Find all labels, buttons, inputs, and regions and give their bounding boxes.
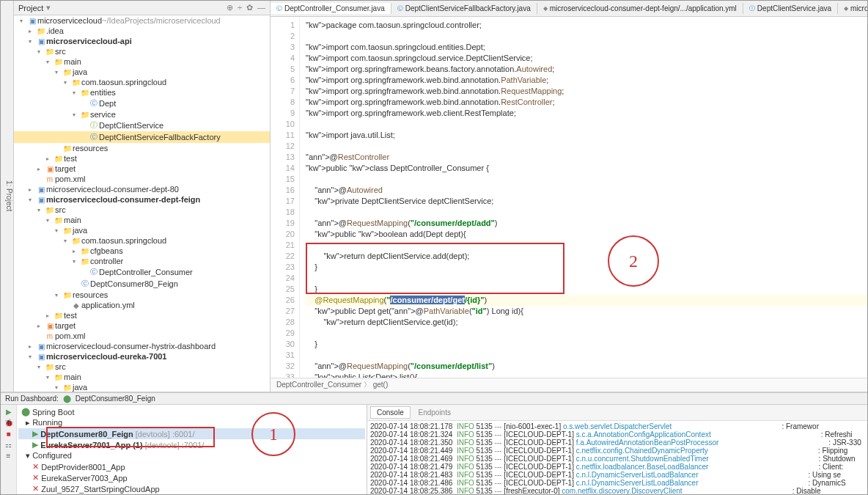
editor-tabs[interactable]: ⒸDeptController_Consumer.javaⒸDeptClient… [271,1,867,17]
code-editor[interactable]: 1234567891011121314151617181920212223242… [271,17,867,378]
tree-item[interactable]: ▾▣microservicecloud-api [14,36,270,46]
run-icon[interactable]: ▶ [6,408,12,416]
tree-item[interactable]: mpom.xml [14,331,270,341]
tree-item[interactable]: ▾▣microservicecloud-eureka-7001 [14,351,270,362]
tree-item[interactable]: ▾📁controller [14,256,270,266]
tree-item[interactable]: ▸▣target [14,320,270,331]
project-tree[interactable]: ▾▣microservicecloud ~/IdeaProjects/micro… [14,15,270,392]
run-app-item[interactable]: ✕ DeptProvider8001_App [18,461,365,472]
run-app-item[interactable]: ▶ EurekaServer7001_App (1) [devtools] :7… [18,439,365,450]
tree-item[interactable]: ▾📁java [14,382,270,392]
run-dashboard-label: Run Dashboard: [5,395,59,403]
editor-tab[interactable]: ⒸDeptController_Consumer.java [271,3,391,14]
run-toolbar[interactable]: ▶ 🐞 ■ ⚏ ≡ [1,405,17,494]
tree-item[interactable]: ▾📁main [14,215,270,225]
breadcrumb[interactable]: DeptController_Consumer 〉 get() [271,378,867,392]
run-tree[interactable]: 1 ⬤ Spring Boot ▸ Running ▶ DeptConsumer… [17,405,367,494]
tree-item[interactable]: ▾📁java [14,67,270,77]
tab-console[interactable]: Console [370,406,411,419]
debug-icon[interactable]: 🐞 [4,419,13,427]
tree-item[interactable]: ▸▣target [14,164,270,174]
console-tabs[interactable]: Console Endpoints [367,405,867,421]
run-config-icon: ⬤ [63,395,71,403]
tree-item[interactable]: ▸▣microservicecloud-consumer-hystrix-das… [14,341,270,351]
tree-item[interactable]: ▸▣microservicecloud-consumer-dept-80 [14,184,270,194]
editor-tab[interactable]: ◆microservicecloud-eureka-7001/.../appli… [838,3,867,14]
tree-item[interactable]: ▾📁src [14,46,270,56]
tree-item[interactable]: ▾📁com.taosun.springcloud [14,77,270,87]
tree-item[interactable]: ▾📁entities [14,87,270,98]
tree-item[interactable]: ▾📁src [14,362,270,372]
run-app-item[interactable]: ▶ DeptConsumer80_Feign [devtools] :6001/ [18,428,365,439]
tree-item[interactable]: ▾📁src [14,205,270,215]
tree-item[interactable]: 📁resources [14,143,270,153]
gear-icon[interactable]: ✿ [246,3,253,12]
hide-icon[interactable]: — [257,3,265,12]
tab-endpoints[interactable]: Endpoints [412,407,456,418]
run-config-name: DeptConsumer80_Feign [76,395,155,403]
project-label: Project [18,4,43,12]
tree-item[interactable]: ▾📁java [14,225,270,235]
project-panel: Project ▾ ⊕ ÷ ✿ — ▾▣microservicecloud ~/… [14,1,271,392]
tree-item[interactable]: ▸📁test [14,153,270,164]
tree-item[interactable]: ⒸDept [14,98,270,109]
tree-item[interactable]: ⒸDeptConsumer80_Feign [14,278,270,290]
filter-icon[interactable]: ⚏ [5,441,12,449]
tree-item[interactable]: ⒾDeptClientService [14,120,270,131]
tree-item[interactable]: ▾📁service [14,109,270,120]
editor-tab[interactable]: ⒸDeptClientServiceFallbackFactory.java [391,3,537,14]
tree-item[interactable]: ▾📁main [14,372,270,382]
run-app-item[interactable]: ✕ EurekaServer7003_App [18,472,365,483]
editor-tab[interactable]: ◆microservicecloud-consumer-dept-feign/.… [537,3,743,14]
tree-item[interactable]: ▾▣microservicecloud ~/IdeaProjects/micro… [14,15,270,26]
run-app-item[interactable]: ✕ Zuul_9527_StartSrpingCloudApp [18,483,365,494]
code-area[interactable]: "kw">package com.taosun.springcloud.cont… [300,17,867,378]
tree-item[interactable]: ▸📁.idea [14,26,270,36]
tree-item[interactable]: ⒸDeptController_Consumer [14,266,270,278]
console-output[interactable]: 2020-07-14 18:08:21.178 INFO 5135 --- [n… [367,421,867,494]
tree-item[interactable]: ▾📁com.taosun.springcloud [14,235,270,246]
collapse-icon[interactable]: ⊕ [227,3,233,12]
run-dashboard-header: Run Dashboard: ⬤ DeptConsumer80_Feign [1,393,867,405]
project-panel-header: Project ▾ ⊕ ÷ ✿ — [14,1,270,15]
expand-icon[interactable]: ≡ [7,452,11,460]
line-gutter: 1234567891011121314151617181920212223242… [271,17,300,378]
tree-item[interactable]: ⒸDeptClientServiceFallbackFactory [14,131,270,143]
left-stripe[interactable]: 1: Project [1,1,14,392]
tree-item[interactable]: ▸📁test [14,310,270,320]
tree-item[interactable]: ▾▣microservicecloud-consumer-dept-feign [14,194,270,205]
divide-icon[interactable]: ÷ [238,3,242,12]
editor-tab[interactable]: ⒾDeptClientService.java [743,3,838,14]
tree-item[interactable]: mpom.xml [14,174,270,184]
tree-item[interactable]: ▾📁resources [14,290,270,300]
tree-item[interactable]: ◆application.yml [14,300,270,310]
stop-icon[interactable]: ■ [6,430,10,438]
tree-item[interactable]: ▾📁main [14,56,270,67]
tree-item[interactable]: ▸📁cfgbeans [14,246,270,256]
